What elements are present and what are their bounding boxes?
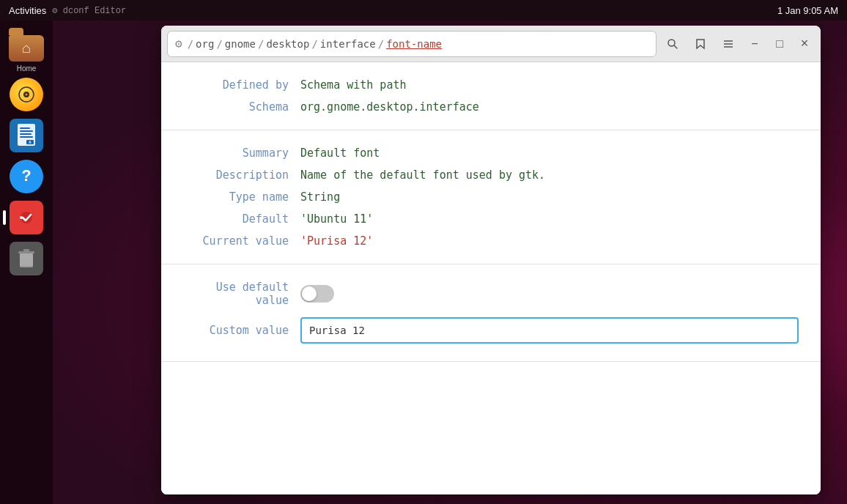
dock-item-writer[interactable]: A (7, 116, 45, 155)
app-indicator: ⚙ dconf Editor (52, 5, 126, 16)
schema-row: Schema org.gnome.desktop.interface (183, 96, 799, 118)
top-bar-left: Activities ⚙ dconf Editor (9, 5, 126, 16)
dock-item-rhythmbox[interactable] (7, 75, 45, 114)
defined-by-value: Schema with path (300, 78, 407, 92)
path-sep-3: / (311, 38, 317, 50)
dock-item-dconf[interactable] (7, 199, 45, 237)
path-org[interactable]: org (196, 38, 214, 50)
path-interface[interactable]: interface (320, 38, 376, 50)
current-value-row: Current value 'Purisa 12' (183, 230, 799, 252)
datetime-display: 1 Jan 9:05 AM (777, 5, 838, 16)
current-value-value: 'Purisa 12' (300, 234, 373, 248)
use-default-label: Use default value (183, 281, 300, 307)
app-name-label: dconf Editor (63, 6, 126, 16)
dock-home-label: Home (17, 64, 37, 73)
settings-section: Use default value Custom value (161, 264, 821, 362)
path-sep-4: / (378, 38, 384, 50)
path-font-name[interactable]: font-name (386, 38, 442, 50)
close-button[interactable]: × (794, 34, 815, 54)
trash-icon (10, 242, 43, 275)
svg-point-2 (26, 94, 28, 96)
path-gnome[interactable]: gnome (225, 38, 256, 50)
window-titlebar: ⚙ / org / gnome / desktop / interface / … (161, 26, 821, 62)
custom-value-input[interactable] (300, 317, 799, 344)
info-section-details: Summary Default font Description Name of… (161, 130, 821, 264)
summary-label: Summary (183, 147, 300, 160)
path-sep-2: / (258, 38, 264, 50)
path-bar[interactable]: ⚙ / org / gnome / desktop / interface / … (167, 31, 656, 57)
path-icon: ⚙ (175, 37, 182, 51)
svg-rect-7 (20, 133, 32, 135)
schema-label: Schema (183, 100, 300, 114)
bookmark-button[interactable] (689, 32, 712, 56)
custom-value-row: Custom value (183, 311, 799, 349)
use-default-toggle[interactable] (300, 285, 334, 303)
type-name-row: Type name String (183, 186, 799, 208)
path-sep-1: / (216, 38, 222, 50)
default-label: Default (183, 212, 300, 226)
defined-by-label: Defined by (183, 78, 300, 92)
current-value-label: Current value (183, 234, 300, 248)
info-section-basic: Defined by Schema with path Schema org.g… (161, 62, 821, 130)
dock-item-home[interactable]: ⌂ Home (9, 26, 44, 73)
path-sep-0: / (188, 38, 193, 50)
dock-item-help[interactable]: ? (7, 158, 45, 196)
dock-item-trash[interactable] (7, 240, 45, 278)
menu-button[interactable] (717, 32, 740, 56)
minimize-button[interactable]: − (744, 34, 765, 54)
description-value: Name of the default font used by gtk. (300, 168, 545, 182)
svg-marker-22 (697, 40, 704, 48)
default-value: 'Ubuntu 11' (300, 212, 373, 226)
custom-value-label: Custom value (183, 324, 300, 337)
description-label: Description (183, 168, 300, 182)
help-icon: ? (10, 160, 43, 193)
svg-line-21 (674, 45, 677, 48)
writer-icon: A (10, 119, 43, 152)
summary-value: Default font (300, 147, 380, 160)
schema-value: org.gnome.desktop.interface (300, 100, 479, 114)
use-default-row: Use default value (183, 276, 799, 311)
home-icon: ⌂ (22, 40, 31, 57)
svg-rect-8 (20, 136, 33, 138)
description-row: Description Name of the default font use… (183, 164, 799, 186)
maximize-button[interactable]: □ (769, 34, 790, 54)
summary-row: Summary Default font (183, 142, 799, 164)
type-name-value: String (300, 190, 340, 204)
dconf-icon (10, 201, 43, 234)
rhythmbox-icon (10, 78, 43, 111)
application-dock: ⌂ Home A (0, 21, 53, 504)
svg-rect-16 (23, 249, 29, 252)
toggle-knob (302, 286, 317, 301)
defined-by-row: Defined by Schema with path (183, 74, 799, 96)
search-button[interactable] (661, 32, 684, 56)
window-content: Defined by Schema with path Schema org.g… (161, 62, 821, 494)
svg-text:A: A (29, 141, 31, 145)
svg-rect-5 (20, 127, 30, 129)
type-name-label: Type name (183, 190, 300, 204)
activities-button[interactable]: Activities (9, 5, 46, 16)
dconf-editor-window: ⚙ / org / gnome / desktop / interface / … (161, 26, 821, 494)
path-desktop[interactable]: desktop (266, 38, 309, 50)
top-bar: Activities ⚙ dconf Editor 1 Jan 9:05 AM (0, 0, 847, 21)
svg-rect-6 (20, 130, 33, 132)
default-row: Default 'Ubuntu 11' (183, 208, 799, 230)
svg-point-13 (20, 216, 23, 219)
